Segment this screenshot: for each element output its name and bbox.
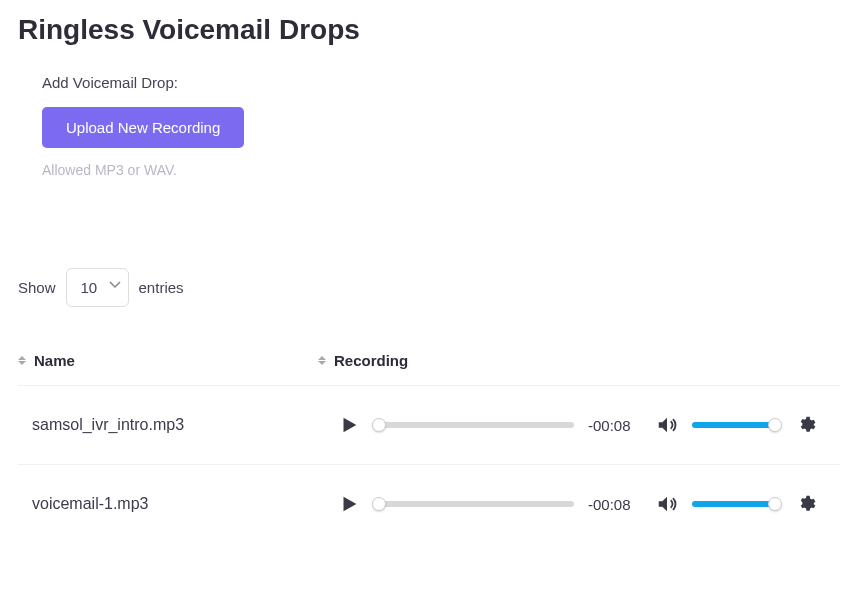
- volume-slider[interactable]: [692, 422, 778, 428]
- seek-thumb[interactable]: [372, 418, 386, 432]
- column-name-label: Name: [34, 352, 75, 369]
- play-button[interactable]: [338, 493, 360, 515]
- show-label: Show: [18, 279, 56, 296]
- upload-section: Add Voicemail Drop: Upload New Recording…: [18, 74, 840, 178]
- volume-icon[interactable]: [656, 493, 678, 515]
- volume-slider[interactable]: [692, 501, 778, 507]
- sort-icon: [318, 356, 326, 365]
- table-row: samsol_ivr_intro.mp3 -00:08: [18, 385, 840, 464]
- upload-format-hint: Allowed MP3 or WAV.: [42, 162, 840, 178]
- audio-player: -00:08: [338, 414, 840, 436]
- audio-player: -00:08: [338, 493, 840, 515]
- entries-count-select[interactable]: 10: [66, 268, 129, 307]
- volume-thumb[interactable]: [768, 418, 782, 432]
- table-row: voicemail-1.mp3 -00:08: [18, 464, 840, 543]
- column-header-name[interactable]: Name: [18, 352, 318, 369]
- entries-selector: Show 10 entries: [18, 268, 840, 307]
- column-recording-label: Recording: [334, 352, 408, 369]
- seek-thumb[interactable]: [372, 497, 386, 511]
- time-remaining: -00:08: [588, 496, 642, 513]
- page-title: Ringless Voicemail Drops: [18, 14, 840, 46]
- file-name: voicemail-1.mp3: [18, 495, 338, 513]
- upload-new-recording-button[interactable]: Upload New Recording: [42, 107, 244, 148]
- entries-label: entries: [139, 279, 184, 296]
- time-remaining: -00:08: [588, 417, 642, 434]
- play-button[interactable]: [338, 414, 360, 436]
- seek-slider[interactable]: [374, 501, 574, 507]
- file-name: samsol_ivr_intro.mp3: [18, 416, 338, 434]
- settings-button[interactable]: [796, 494, 816, 514]
- settings-button[interactable]: [796, 415, 816, 435]
- volume-thumb[interactable]: [768, 497, 782, 511]
- sort-icon: [18, 356, 26, 365]
- volume-icon[interactable]: [656, 414, 678, 436]
- table-header: Name Recording: [18, 352, 840, 385]
- add-voicemail-label: Add Voicemail Drop:: [42, 74, 840, 91]
- column-header-recording[interactable]: Recording: [318, 352, 408, 369]
- seek-slider[interactable]: [374, 422, 574, 428]
